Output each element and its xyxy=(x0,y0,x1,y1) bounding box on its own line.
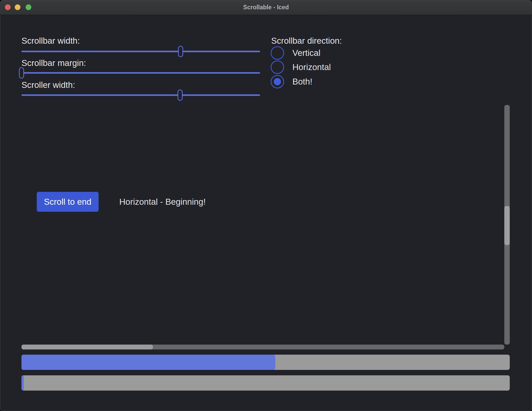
progress-fill xyxy=(21,355,275,370)
scroller-width-slider[interactable] xyxy=(21,89,260,101)
scrollbar-margin-slider[interactable] xyxy=(21,67,260,79)
radio-horizontal-label: Horizontal xyxy=(292,60,331,74)
window-title: Scrollable - Iced xyxy=(0,0,532,15)
vertical-scrollbar-thumb[interactable] xyxy=(504,206,510,245)
radio-circle-icon[interactable] xyxy=(271,46,284,60)
radio-both-label: Both! xyxy=(292,75,312,88)
slider-handle[interactable] xyxy=(19,67,24,79)
scrollbar-direction-label: Scrollbar direction: xyxy=(271,36,342,46)
title-bar[interactable]: Scrollable - Iced xyxy=(0,0,532,15)
progress-fill xyxy=(21,375,24,391)
slider-track[interactable] xyxy=(21,94,260,96)
slider-track[interactable] xyxy=(21,51,260,52)
scrollbar-width-label: Scrollbar width: xyxy=(21,36,80,46)
scrollbar-width-slider[interactable] xyxy=(21,46,260,57)
scroller-width-label: Scroller width: xyxy=(21,80,75,90)
scrollbar-margin-label: Scrollbar margin: xyxy=(21,58,86,68)
horizontal-scrollbar-rail[interactable] xyxy=(21,345,504,349)
slider-handle[interactable] xyxy=(178,89,183,101)
scroll-to-end-button[interactable]: Scroll to end xyxy=(37,192,99,212)
scroll-status-text: Horizontal - Beginning! xyxy=(119,197,206,207)
vertical-scrollbar-rail[interactable] xyxy=(504,105,510,345)
horizontal-progress-bar xyxy=(21,355,510,370)
radio-vertical-label: Vertical xyxy=(292,46,320,60)
radio-circle-icon[interactable] xyxy=(271,75,284,88)
slider-handle[interactable] xyxy=(178,46,183,57)
app-window: Scrollable - Iced Scrollbar width: Scrol… xyxy=(0,0,532,411)
vertical-progress-bar xyxy=(21,375,510,391)
horizontal-scrollbar-thumb[interactable] xyxy=(21,345,153,349)
slider-track[interactable] xyxy=(21,72,260,74)
radio-circle-icon[interactable] xyxy=(271,60,284,74)
